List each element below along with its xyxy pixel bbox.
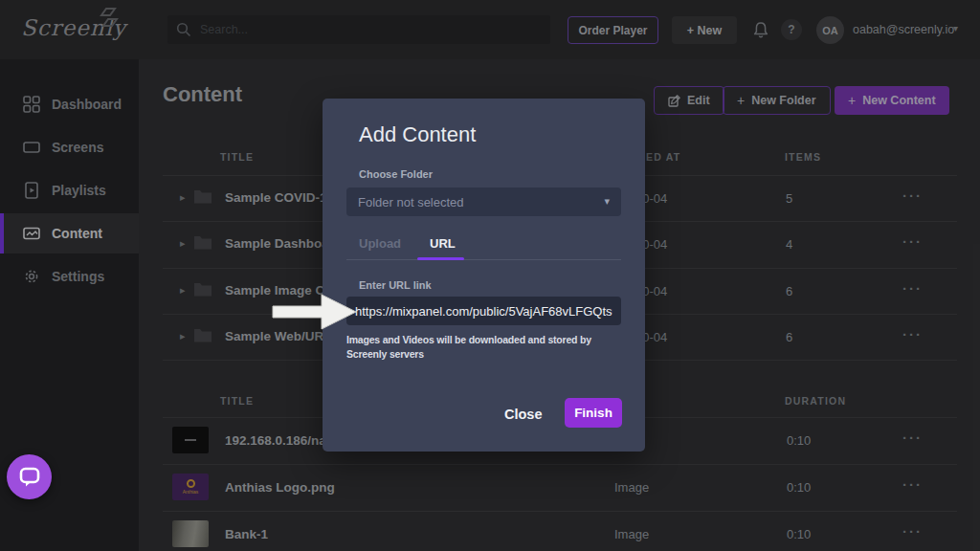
- app-window: Screenly Order Player + New ? OA oabah@s…: [0, 0, 980, 551]
- choose-folder-label: Choose Folder: [359, 168, 433, 180]
- tab-divider: [346, 259, 621, 260]
- folder-select[interactable]: Folder not selected ▾: [346, 187, 621, 216]
- url-input[interactable]: [346, 297, 621, 325]
- modal-title: Add Content: [359, 122, 476, 147]
- finish-button[interactable]: Finish: [565, 398, 622, 428]
- tab-url[interactable]: URL: [430, 236, 456, 251]
- add-content-modal: Add Content Choose Folder Folder not sel…: [323, 99, 645, 452]
- url-label: Enter URL link: [359, 279, 432, 291]
- tab-upload[interactable]: Upload: [359, 236, 401, 251]
- active-tab-underline: [417, 257, 464, 260]
- chat-bubble-icon: [18, 466, 41, 489]
- chat-widget-button[interactable]: [7, 454, 52, 499]
- helper-text: Images and Videos will be downloaded and…: [346, 333, 626, 362]
- annotation-arrow-icon: [271, 291, 359, 333]
- chevron-down-icon: ▾: [604, 195, 610, 208]
- close-button[interactable]: Close: [493, 401, 554, 428]
